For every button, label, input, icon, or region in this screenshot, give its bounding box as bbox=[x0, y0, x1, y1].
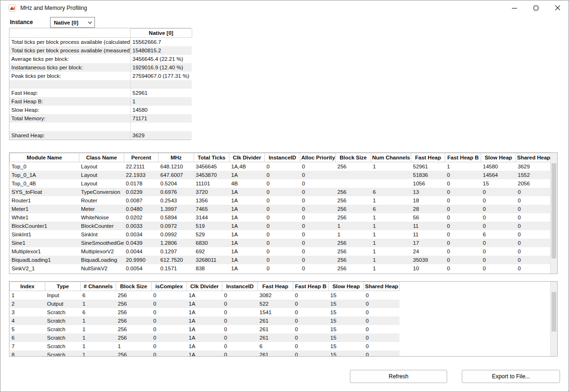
table-cell[interactable]: 256 bbox=[336, 196, 371, 205]
table-cell[interactable]: 2 bbox=[10, 300, 45, 308]
table-cell[interactable]: 27594067.0 (177.31 %) bbox=[130, 72, 192, 80]
table-cell[interactable]: 0 bbox=[265, 213, 300, 222]
table-cell[interactable]: 3456645.4 (22.21 %) bbox=[130, 55, 192, 63]
table-cell[interactable]: 0 bbox=[481, 213, 516, 222]
table-cell[interactable]: SineSmoothedGen bbox=[79, 239, 124, 247]
table-cell[interactable]: 0.5204 bbox=[159, 179, 194, 188]
table-cell[interactable]: 6 bbox=[10, 334, 45, 342]
table-cell[interactable]: 6830 bbox=[194, 239, 229, 247]
table-cell[interactable]: 1929016.9 (12.40 %) bbox=[130, 63, 192, 72]
table-cell[interactable]: 0 bbox=[265, 162, 300, 171]
table-cell[interactable]: 0.0972 bbox=[159, 222, 194, 230]
table-cell[interactable]: 838 bbox=[194, 264, 229, 273]
table-cell[interactable]: 256 bbox=[336, 188, 371, 196]
instance-dropdown[interactable]: Native [0] bbox=[50, 17, 95, 28]
table-cell[interactable]: 7 bbox=[10, 342, 45, 350]
table-row[interactable]: Fast Heap:52961 bbox=[9, 89, 192, 97]
column-header[interactable]: Shared Heap bbox=[364, 282, 399, 291]
table-cell[interactable]: Output bbox=[45, 300, 81, 308]
table-cell[interactable]: 0 bbox=[293, 350, 329, 357]
table-cell[interactable]: 5 bbox=[10, 325, 45, 334]
table-cell[interactable]: 529 bbox=[194, 230, 229, 239]
table-cell[interactable]: 1552 bbox=[516, 171, 552, 179]
table-cell[interactable]: 0.0202 bbox=[124, 213, 159, 222]
table-cell[interactable]: 0.0033 bbox=[124, 222, 159, 230]
column-header[interactable]: Fast Heap B bbox=[293, 282, 329, 291]
table-cell[interactable]: 1A bbox=[187, 291, 222, 300]
table-cell[interactable]: 0 bbox=[445, 264, 481, 273]
table-cell[interactable]: 0 bbox=[364, 300, 399, 308]
table-cell[interactable]: 1 bbox=[81, 300, 116, 308]
table-cell[interactable]: 3268011 bbox=[194, 256, 229, 264]
table-cell[interactable]: 0 bbox=[265, 188, 300, 196]
table-cell[interactable]: 0 bbox=[300, 256, 336, 264]
table-cell[interactable]: 0 bbox=[300, 222, 336, 230]
table-cell[interactable]: Meter bbox=[79, 205, 124, 213]
table-cell[interactable]: 0 bbox=[222, 325, 258, 334]
column-header[interactable]: InstanceID bbox=[222, 282, 258, 291]
table-cell[interactable]: 4B bbox=[229, 179, 265, 188]
table-cell[interactable]: 0.1297 bbox=[159, 247, 194, 256]
table-row[interactable]: 3Scratch625601A015410150 bbox=[10, 308, 399, 317]
table-cell[interactable]: SinkInt bbox=[79, 230, 124, 239]
table-cell[interactable]: 0 bbox=[293, 300, 329, 308]
column-header[interactable]: # Channels bbox=[81, 282, 116, 291]
table-cell[interactable]: 1A bbox=[229, 188, 265, 196]
table-cell[interactable]: Slow Heap: bbox=[9, 106, 130, 114]
table-cell[interactable] bbox=[336, 171, 371, 179]
table-cell[interactable]: 14564 bbox=[481, 171, 516, 179]
table-cell[interactable]: 2056 bbox=[516, 179, 552, 188]
table-cell[interactable]: 52961 bbox=[130, 89, 192, 97]
table-cell[interactable]: MultiplexorV2 bbox=[79, 247, 124, 256]
table-cell[interactable]: 1356 bbox=[194, 196, 229, 205]
table-cell[interactable] bbox=[130, 123, 192, 131]
table-cell[interactable]: Scratch bbox=[45, 325, 81, 334]
column-header[interactable]: Shared Heap bbox=[516, 153, 552, 162]
table-cell[interactable]: 0.1571 bbox=[159, 264, 194, 273]
table-cell[interactable]: Average ticks per block: bbox=[9, 55, 130, 63]
table-cell[interactable]: 256 bbox=[336, 239, 371, 247]
table-cell[interactable]: Layout bbox=[79, 179, 124, 188]
table-cell[interactable]: 20.9990 bbox=[124, 256, 159, 264]
table-cell[interactable]: 0 bbox=[293, 308, 329, 317]
table-cell[interactable]: 3629 bbox=[130, 131, 192, 140]
table-row[interactable]: 5Scratch125601A02610150 bbox=[10, 325, 399, 334]
column-header[interactable]: Index bbox=[10, 282, 45, 291]
table-cell[interactable]: 6 bbox=[481, 230, 516, 239]
table-cell[interactable]: 1 bbox=[445, 162, 481, 171]
table-cell[interactable]: Total ticks per block process available … bbox=[9, 46, 130, 55]
table-cell[interactable]: 0 bbox=[152, 350, 187, 357]
table-cell[interactable]: 0.0178 bbox=[124, 179, 159, 188]
table-cell[interactable]: Multiplexor1 bbox=[10, 247, 79, 256]
table-cell[interactable]: BlockCounter1 bbox=[10, 222, 79, 230]
table-cell[interactable]: 1 bbox=[116, 342, 152, 350]
table-cell[interactable]: 1 bbox=[81, 334, 116, 342]
table-cell[interactable]: Router bbox=[79, 196, 124, 205]
table-cell[interactable]: 7465 bbox=[194, 205, 229, 213]
table-cell[interactable]: 256 bbox=[116, 300, 152, 308]
table-cell[interactable] bbox=[9, 80, 130, 89]
table-cell[interactable]: 0 bbox=[445, 196, 481, 205]
column-header[interactable]: Num Channels bbox=[371, 153, 411, 162]
table-cell[interactable]: 8 bbox=[10, 350, 45, 357]
table-cell[interactable]: 261 bbox=[258, 350, 293, 357]
table-cell[interactable]: 0.0044 bbox=[124, 247, 159, 256]
table-cell[interactable]: 0 bbox=[265, 205, 300, 213]
table-cell[interactable]: NullSinkV2 bbox=[79, 264, 124, 273]
table-cell[interactable]: 15 bbox=[329, 325, 364, 334]
table-row[interactable]: Top_0Layout22.2111648.121034566451A,4B00… bbox=[10, 162, 552, 171]
table-cell[interactable]: 24 bbox=[411, 247, 445, 256]
column-header[interactable]: isComplex bbox=[152, 282, 187, 291]
table-cell[interactable]: Peak ticks per block: bbox=[9, 72, 130, 80]
table-cell[interactable]: 10 bbox=[411, 264, 445, 273]
table-row[interactable]: Total ticks per block process available … bbox=[9, 38, 192, 46]
table-cell[interactable]: 71171 bbox=[130, 114, 192, 123]
table-cell[interactable]: 3629 bbox=[516, 162, 552, 171]
table-cell[interactable]: 0.0034 bbox=[124, 230, 159, 239]
table-cell[interactable]: 256 bbox=[336, 247, 371, 256]
table-cell[interactable]: 1A bbox=[229, 247, 265, 256]
table-cell[interactable]: WhiteNoise bbox=[79, 213, 124, 222]
table-cell[interactable]: SinkV2_1 bbox=[10, 264, 79, 273]
table-cell[interactable]: 6 bbox=[258, 342, 293, 350]
table-cell[interactable]: 256 bbox=[116, 334, 152, 342]
